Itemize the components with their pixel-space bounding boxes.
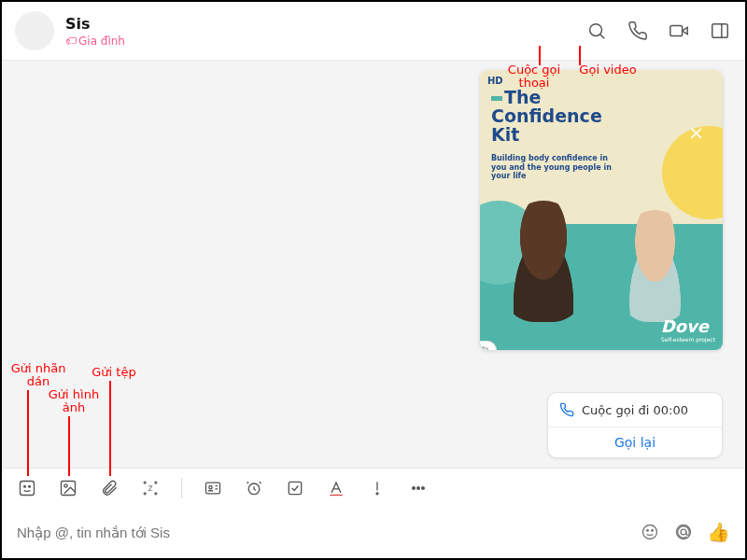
ad-subtitle: Building body confidence in you and the …	[491, 154, 622, 181]
sticker-icon[interactable]	[17, 478, 37, 498]
call-again-button[interactable]: Gọi lại	[548, 427, 722, 457]
panel-toggle-icon[interactable]	[710, 21, 730, 41]
svg-line-1	[600, 35, 605, 39]
image-icon[interactable]	[58, 478, 78, 498]
message-input-row: 👍	[2, 508, 745, 558]
format-text-icon[interactable]	[326, 478, 346, 498]
svg-point-13	[209, 486, 212, 489]
svg-point-23	[422, 487, 425, 490]
ad-brand: Dove Self-esteem project	[661, 316, 715, 343]
svg-point-7	[24, 486, 26, 488]
svg-text:Z: Z	[148, 484, 152, 493]
svg-marker-3	[683, 27, 688, 34]
svg-point-0	[590, 24, 602, 36]
emoji-icon[interactable]	[640, 522, 660, 542]
svg-rect-6	[21, 482, 35, 496]
svg-point-20	[376, 493, 378, 495]
contact-info: Sis 🏷 Gia đình	[65, 15, 575, 48]
reminder-icon[interactable]	[244, 478, 264, 498]
attach-file-icon[interactable]	[99, 478, 120, 498]
header-actions	[586, 21, 730, 41]
mention-icon[interactable]	[673, 522, 694, 542]
svg-rect-17	[289, 482, 301, 494]
priority-icon[interactable]	[367, 478, 388, 498]
svg-rect-9	[62, 482, 76, 496]
svg-point-24	[643, 525, 657, 539]
svg-point-25	[647, 530, 649, 532]
svg-rect-4	[712, 24, 728, 38]
call-status-text: Cuộc gọi đi 00:00	[582, 403, 688, 417]
contact-name: Sis	[65, 15, 575, 33]
message-input[interactable]	[17, 525, 627, 540]
avatar[interactable]	[15, 11, 54, 50]
svg-point-26	[652, 530, 654, 532]
tag-icon: 🏷	[65, 35, 77, 48]
toolbar-separator	[181, 478, 182, 498]
svg-point-8	[29, 486, 31, 488]
call-status-row: Cuộc gọi đi 00:00	[548, 393, 722, 427]
contact-tag-label: Gia đình	[78, 35, 125, 48]
more-icon[interactable]	[408, 478, 429, 498]
contact-card-icon[interactable]	[203, 478, 223, 498]
svg-point-10	[64, 484, 67, 487]
search-icon[interactable]	[586, 21, 607, 41]
svg-point-21	[413, 487, 416, 490]
svg-point-27	[677, 525, 691, 539]
svg-rect-2	[670, 26, 683, 36]
thumbs-up-icon[interactable]: 👍	[707, 521, 730, 543]
ad-content: × HD The Confidence Kit Building body co…	[480, 70, 723, 350]
task-icon[interactable]	[285, 478, 305, 498]
ad-hd-badge: HD	[487, 76, 503, 86]
svg-point-28	[681, 529, 686, 535]
svg-point-22	[417, 487, 420, 490]
contact-tag[interactable]: 🏷 Gia đình	[65, 35, 575, 48]
ad-title: The Confidence Kit	[491, 89, 602, 145]
conversation-area: × HD The Confidence Kit Building body co…	[2, 61, 745, 468]
chat-header: Sis 🏷 Gia đình	[2, 2, 745, 61]
screenshot-icon[interactable]: Z	[140, 478, 161, 498]
svg-rect-12	[206, 483, 220, 494]
image-message[interactable]: × HD The Confidence Kit Building body co…	[480, 70, 723, 350]
call-card: Cuộc gọi đi 00:00 Gọi lại	[547, 392, 723, 458]
attachment-toolbar: Z	[2, 468, 745, 508]
video-call-icon[interactable]	[669, 21, 689, 41]
voice-call-icon[interactable]	[627, 21, 648, 41]
